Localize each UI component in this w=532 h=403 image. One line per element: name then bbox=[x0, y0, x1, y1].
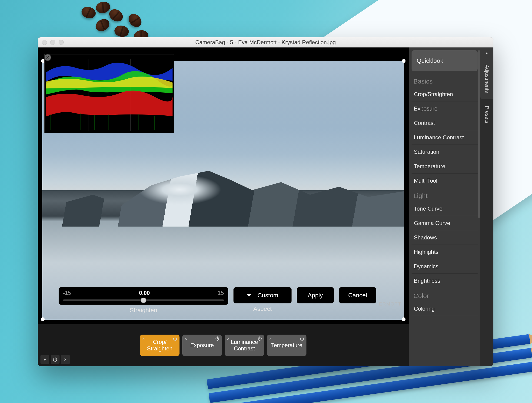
chip-power-icon[interactable]: ⏻ bbox=[258, 337, 262, 341]
caret-down-icon bbox=[247, 294, 251, 297]
strip-menu-button[interactable]: ▾ bbox=[40, 355, 49, 364]
quicklook-button[interactable]: Quicklook bbox=[412, 50, 478, 71]
chip-remove-icon[interactable]: × bbox=[185, 337, 187, 341]
slider-max: 15 bbox=[218, 290, 224, 296]
straighten-slider[interactable]: -15 0.00 15 bbox=[59, 287, 228, 305]
cancel-button[interactable]: Cancel bbox=[339, 287, 376, 303]
section-light-header: Light bbox=[412, 188, 478, 202]
panel-item-dynamics[interactable]: Dynamics bbox=[412, 259, 478, 274]
panel-item-contrast[interactable]: Contrast bbox=[412, 116, 478, 130]
waveform-scope[interactable]: ✕ bbox=[44, 54, 174, 133]
chip-label: Exposure bbox=[190, 342, 214, 349]
slider-track[interactable] bbox=[63, 299, 224, 301]
crop-handle-bottom-left[interactable] bbox=[41, 317, 45, 321]
panel-scrollbar[interactable] bbox=[478, 50, 480, 218]
strip-close-button[interactable]: × bbox=[61, 355, 70, 364]
panel-item-luminance-contrast[interactable]: Luminance Contrast bbox=[412, 130, 478, 145]
section-basics-header: Basics bbox=[412, 73, 478, 87]
panel-item-highlights[interactable]: Highlights bbox=[412, 245, 478, 259]
strip-power-button[interactable]: ⏻ bbox=[51, 355, 59, 364]
panel-item-brightness[interactable]: Brightness bbox=[412, 274, 478, 288]
side-tabstrip: ▸ Adjustments Presets bbox=[480, 47, 494, 366]
chip-label: Luminance Contrast bbox=[231, 339, 258, 351]
strip-controls: ▾ ⏻ × bbox=[40, 355, 70, 364]
panel-item-tone-curve[interactable]: Tone Curve bbox=[412, 202, 478, 216]
main-area: ERMOTT ✕ bbox=[38, 47, 409, 366]
slider-thumb[interactable] bbox=[141, 298, 146, 303]
waveform-graphic bbox=[46, 59, 172, 131]
chip-label: Temperature bbox=[271, 342, 303, 349]
adjustment-strip: × ⏻ Crop/ Straighten × ⏻ Exposure × ⏻ bbox=[38, 324, 409, 366]
close-scope-button[interactable]: ✕ bbox=[44, 54, 51, 61]
panel-item-multi-tool[interactable]: Multi Tool bbox=[412, 174, 478, 188]
apply-button[interactable]: Apply bbox=[297, 287, 334, 303]
slider-value: 0.00 bbox=[139, 290, 150, 296]
crop-handle-bottom-right[interactable] bbox=[402, 317, 405, 321]
chip-power-icon[interactable]: ⏻ bbox=[300, 337, 304, 341]
chip-power-icon[interactable]: ⏻ bbox=[215, 337, 220, 341]
collapse-panel-button[interactable]: ▸ bbox=[480, 47, 494, 58]
tab-adjustments[interactable]: Adjustments bbox=[480, 58, 494, 99]
crop-handle-top-right[interactable] bbox=[402, 59, 405, 63]
aspect-dropdown[interactable]: Custom bbox=[234, 287, 291, 303]
app-window: CameraBag - 5 - Eva McDermott - Krystad … bbox=[38, 37, 494, 366]
panel-item-crop-straighten[interactable]: Crop/Straighten bbox=[412, 87, 478, 101]
panel-item-gamma-curve[interactable]: Gamma Curve bbox=[412, 216, 478, 230]
chip-remove-icon[interactable]: × bbox=[142, 337, 145, 341]
slider-min: -15 bbox=[63, 290, 71, 296]
adjustment-chips: × ⏻ Crop/ Straighten × ⏻ Exposure × ⏻ bbox=[140, 335, 306, 356]
panel-item-shadows[interactable]: Shadows bbox=[412, 230, 478, 245]
chip-remove-icon[interactable]: × bbox=[269, 337, 272, 341]
desktop-background: 规划，企划，计算，草稿 70SHEETS (BLANK S… CameraBag… bbox=[0, 0, 532, 403]
crop-toolbar: -15 0.00 15 Straighten bbox=[59, 287, 388, 315]
chip-exposure[interactable]: × ⏻ Exposure bbox=[182, 335, 222, 356]
image-canvas[interactable]: ERMOTT ✕ bbox=[42, 52, 404, 320]
adjustments-panel: Quicklook Basics Crop/Straighten Exposur… bbox=[409, 47, 480, 366]
straighten-label: Straighten bbox=[59, 307, 228, 314]
aspect-dropdown-label: Custom bbox=[257, 292, 278, 299]
panel-item-coloring[interactable]: Coloring bbox=[412, 302, 478, 316]
window-title: CameraBag - 5 - Eva McDermott - Krystad … bbox=[38, 39, 494, 46]
window-body: ERMOTT ✕ bbox=[38, 47, 494, 366]
aspect-label: Aspect bbox=[234, 305, 291, 312]
tab-presets[interactable]: Presets bbox=[480, 99, 494, 130]
panel-item-exposure[interactable]: Exposure bbox=[412, 101, 478, 116]
section-color-header: Color bbox=[412, 288, 478, 302]
panel-item-saturation[interactable]: Saturation bbox=[412, 145, 478, 159]
chip-remove-icon[interactable]: × bbox=[227, 337, 229, 341]
chip-luminance-contrast[interactable]: × ⏻ Luminance Contrast bbox=[225, 335, 264, 356]
chip-label: Crop/ Straighten bbox=[147, 339, 172, 351]
titlebar[interactable]: CameraBag - 5 - Eva McDermott - Krystad … bbox=[38, 37, 494, 47]
panel-item-temperature[interactable]: Temperature bbox=[412, 159, 478, 174]
chip-temperature[interactable]: × ⏻ Temperature bbox=[267, 335, 306, 356]
chip-power-icon[interactable]: ⏻ bbox=[173, 337, 177, 341]
chip-crop-straighten[interactable]: × ⏻ Crop/ Straighten bbox=[140, 335, 179, 356]
